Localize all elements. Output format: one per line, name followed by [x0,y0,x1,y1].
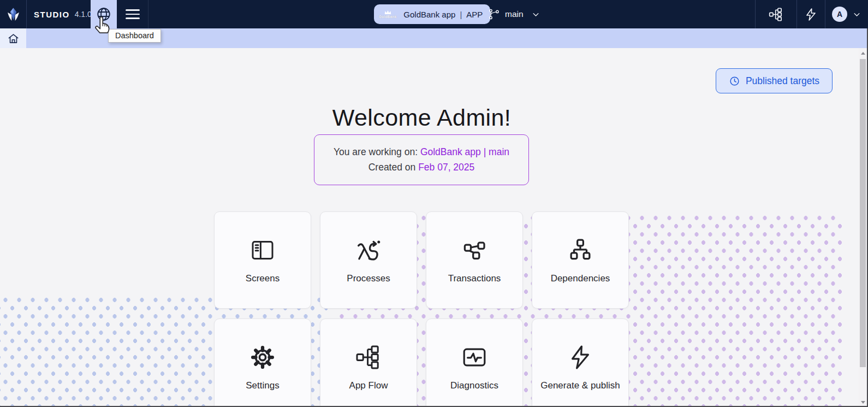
tile-generate-publish[interactable]: Generate & publish [532,318,629,407]
transactions-icon [462,237,487,264]
tile-label: Settings [246,380,279,391]
app-flow-topbar-button[interactable] [756,0,796,28]
chevron-down-icon [532,10,540,19]
created-on-line: Created on Feb 07, 2025 [368,162,475,173]
generate-topbar-button[interactable] [797,0,824,28]
scrollbar-thumb[interactable] [860,59,866,367]
app-badge-label: GoldBank app | APP [403,10,483,19]
scroll-down-arrow[interactable] [859,398,867,406]
user-menu[interactable]: A [825,0,868,28]
dashboard-tiles-grid: Screens Processes [214,211,629,407]
tile-label: Transactions [448,273,501,284]
tile-dependencies[interactable]: Dependencies [532,211,629,309]
dashboard-main: Published targets Welcome Admin! You are… [0,48,859,407]
crown-icon [384,10,392,15]
app-link[interactable]: GoldBank app | main [420,146,509,157]
app-badge-separator: | [460,10,462,19]
tile-label: App Flow [349,380,388,391]
branch-name: main [505,9,524,19]
app-flow-icon [355,344,382,371]
tile-label: Generate & publish [540,380,620,391]
diagnostics-icon [461,344,487,371]
tile-label: Diagnostics [450,380,498,391]
published-targets-button[interactable]: Published targets [716,68,833,93]
lightning-icon [804,8,818,21]
dependencies-icon [568,237,593,264]
vertical-scrollbar[interactable] [859,48,867,407]
tile-transactions[interactable]: Transactions [426,211,523,309]
published-targets-label: Published targets [746,75,819,87]
tile-label: Processes [347,273,390,284]
tile-screens[interactable]: Screens [214,211,311,309]
brand: STUDIO 4.1.0 [34,0,92,28]
tile-app-flow[interactable]: App Flow [320,318,417,407]
screens-icon [249,237,276,264]
tile-processes[interactable]: Processes [320,211,417,309]
brand-version: 4.1.0 [75,10,92,19]
current-app-badge[interactable]: GoldBank GoldBank app | APP [374,4,490,24]
top-bar: STUDIO 4.1.0 GoldBank GoldBank app | APP [0,0,868,28]
home-icon [7,32,20,45]
avatar: A [832,7,847,22]
goldbank-logo-text: GoldBank [379,15,396,19]
processes-icon [355,237,382,264]
home-button[interactable] [0,28,26,48]
globe-icon [96,6,112,22]
brand-name: STUDIO [34,10,70,19]
chevron-down-icon [853,10,861,19]
studio-logo[interactable] [0,0,27,28]
working-on-box: You are working on: GoldBank app | main … [314,134,529,185]
dashboard-tooltip: Dashboard [108,29,161,43]
main-menu-button[interactable] [117,0,148,28]
generate-publish-icon [567,344,593,371]
created-date: Feb 07, 2025 [418,162,474,173]
page-title: Welcome Admin! [0,104,843,131]
working-on-line: You are working on: GoldBank app | main [334,146,509,158]
scroll-up-arrow[interactable] [859,49,867,57]
branch-selector[interactable]: main [488,0,540,28]
goldbank-logo: GoldBank [379,10,396,19]
tile-settings[interactable]: Settings [214,318,311,407]
tile-label: Screens [246,273,280,284]
settings-icon [249,344,276,371]
sitemap-icon [769,7,783,22]
dashboard-globe-button[interactable] [91,0,117,28]
clock-icon [729,75,740,87]
tile-diagnostics[interactable]: Diagnostics [426,318,523,407]
git-branch-icon [488,8,500,20]
tile-label: Dependencies [551,273,610,284]
gem-logo-icon [6,7,21,22]
hamburger-icon [126,9,140,19]
